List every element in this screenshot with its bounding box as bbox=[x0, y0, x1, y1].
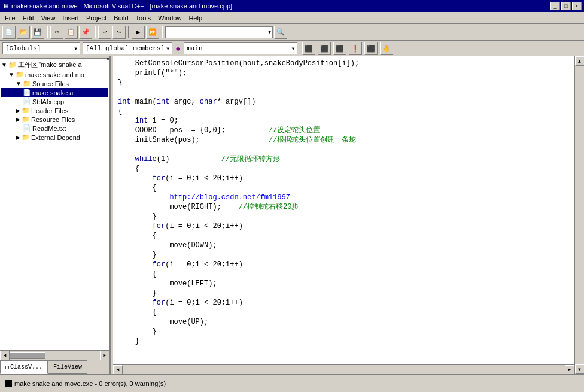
resource-label: Resource Files bbox=[31, 116, 75, 123]
nav-btn2[interactable]: ⬛ bbox=[318, 42, 331, 55]
fileview-label: FileView bbox=[53, 364, 82, 370]
left-scroll-left[interactable]: ◀ bbox=[0, 351, 10, 360]
search-combo[interactable]: ▼ bbox=[165, 26, 273, 38]
workspace-expand-icon: ▼ bbox=[1, 62, 7, 68]
menu-file[interactable]: File bbox=[1, 13, 19, 23]
build-button[interactable]: ▶ bbox=[132, 26, 145, 39]
code-scroll-track-v[interactable] bbox=[576, 66, 584, 364]
nav-btn3[interactable]: ⬛ bbox=[333, 42, 346, 55]
menu-view[interactable]: View bbox=[38, 13, 59, 23]
tree-header-files[interactable]: ▶ 📁 Header Files bbox=[1, 106, 108, 115]
workspace-folder-icon: 📁 bbox=[8, 61, 17, 69]
code-scrollbar-v[interactable]: ▲ ▼ bbox=[574, 56, 584, 374]
tree-external[interactable]: ▶ 📁 External Depend bbox=[1, 133, 108, 142]
nav-btn1[interactable]: ⬛ bbox=[302, 42, 315, 55]
left-scroll-thumb[interactable] bbox=[10, 352, 45, 359]
members-combo[interactable]: [All global members] ▼ bbox=[83, 42, 172, 54]
scope-arrow[interactable]: ▼ bbox=[74, 46, 77, 51]
left-panel-scrollbar[interactable]: ◀ ▶ bbox=[0, 350, 110, 360]
code-scroll-track-h[interactable] bbox=[123, 366, 565, 373]
nav-btn4[interactable]: ❗ bbox=[349, 42, 362, 55]
menu-help[interactable]: Help bbox=[185, 13, 206, 23]
external-label: External Depend bbox=[31, 134, 80, 141]
menu-edit[interactable]: Edit bbox=[19, 13, 38, 23]
close-button[interactable]: × bbox=[572, 2, 582, 10]
scope-combo[interactable]: [Globals] ▼ bbox=[2, 42, 80, 54]
project-label: make snake and mo bbox=[25, 71, 84, 78]
title-icon: 🖥 bbox=[2, 2, 9, 10]
toolbar-main: 📄 📂 💾 ✂ 📋 📌 ↩ ↪ ▶ ⏩ ▼ 🔍 bbox=[0, 24, 584, 41]
undo-button[interactable]: ↩ bbox=[98, 26, 111, 39]
copy-button[interactable]: 📋 bbox=[65, 26, 78, 39]
classview-icon: ⊞ bbox=[5, 364, 9, 371]
search-arrow[interactable]: ▼ bbox=[268, 29, 271, 35]
status-bar: make snake and move.exe - 0 error(s), 0 … bbox=[0, 374, 584, 392]
search-button[interactable]: 🔍 bbox=[274, 26, 287, 39]
header-folder-icon: 📁 bbox=[22, 107, 30, 114]
redo-button[interactable]: ↪ bbox=[112, 26, 126, 39]
tree-source-files[interactable]: ▼ 📁 Source Files bbox=[1, 79, 108, 88]
code-scrollbar-h[interactable]: ◀ ▶ bbox=[113, 364, 574, 374]
left-panel: × ▼ 📁 工作区 'make snake a ▼ 📁 make snake a… bbox=[0, 56, 111, 374]
new-button[interactable]: 📄 bbox=[2, 26, 16, 39]
source-folder-icon: 📁 bbox=[23, 80, 31, 87]
tab-classview[interactable]: ⊞ ClassV... bbox=[0, 360, 48, 374]
code-scroll-right[interactable]: ▶ bbox=[565, 365, 574, 375]
content-area: × ▼ 📁 工作区 'make snake a ▼ 📁 make snake a… bbox=[0, 56, 584, 374]
menu-insert[interactable]: Insert bbox=[59, 13, 83, 23]
project-tree[interactable]: ▼ 📁 工作区 'make snake a ▼ 📁 make snake and… bbox=[0, 59, 110, 350]
function-combo[interactable]: main ▼ bbox=[184, 42, 297, 54]
menu-project[interactable]: Project bbox=[83, 13, 110, 23]
tree-resource-files[interactable]: ▶ 📁 Resource Files bbox=[1, 115, 108, 124]
code-scroll-left[interactable]: ◀ bbox=[113, 365, 123, 375]
tab-fileview[interactable]: FileView bbox=[48, 360, 87, 374]
panel-close[interactable]: × bbox=[107, 56, 110, 58]
menu-build[interactable]: Build bbox=[110, 13, 132, 23]
save-button[interactable]: 💾 bbox=[31, 26, 44, 39]
cut-button[interactable]: ✂ bbox=[50, 26, 63, 39]
code-editor[interactable]: SetConsoleCursorPosition(hout,snakeBodyP… bbox=[113, 56, 574, 364]
menu-window[interactable]: Window bbox=[154, 13, 185, 23]
function-arrow[interactable]: ▼ bbox=[291, 46, 294, 51]
paste-button[interactable]: 📌 bbox=[79, 26, 92, 39]
tree-readme[interactable]: 📄 ReadMe.txt bbox=[1, 124, 108, 133]
maximize-button[interactable]: □ bbox=[561, 2, 571, 10]
stdafx-label: StdAfx.cpp bbox=[32, 98, 64, 105]
menu-tools[interactable]: Tools bbox=[132, 13, 155, 23]
app-window: 🖥 make snake and move - Microsoft Visual… bbox=[0, 0, 584, 392]
separator-1 bbox=[47, 26, 48, 38]
left-scroll-right[interactable]: ▶ bbox=[100, 351, 110, 360]
minimize-button[interactable]: _ bbox=[550, 2, 560, 10]
code-content: SetConsoleCursorPosition(hout,snakeBodyP… bbox=[118, 59, 570, 346]
external-expand-icon: ▶ bbox=[16, 134, 20, 141]
status-icon bbox=[5, 380, 12, 387]
classview-label: ClassV... bbox=[10, 364, 42, 370]
build2-button[interactable]: ⏩ bbox=[146, 26, 159, 39]
source-label: Source Files bbox=[32, 80, 69, 87]
tree-main-cpp[interactable]: 📄 make snake a bbox=[1, 88, 108, 97]
separator-3 bbox=[128, 26, 129, 38]
panel-tabs: ⊞ ClassV... FileView bbox=[0, 360, 110, 374]
project-expand-icon: ▼ bbox=[8, 71, 14, 78]
tree-stdafx[interactable]: 📄 StdAfx.cpp bbox=[1, 97, 108, 106]
external-folder-icon: 📁 bbox=[22, 133, 30, 141]
workspace-label: 工作区 'make snake a bbox=[18, 60, 82, 69]
readme-icon: 📄 bbox=[23, 124, 31, 132]
scope-label: [Globals] bbox=[5, 45, 41, 52]
code-scroll-down[interactable]: ▼ bbox=[575, 364, 585, 374]
menu-bar: File Edit View Insert Project Build Tool… bbox=[0, 12, 584, 24]
header-expand-icon: ▶ bbox=[16, 107, 20, 114]
dot-icon: ◆ bbox=[176, 44, 180, 53]
nav-btn6[interactable]: 🤚 bbox=[380, 42, 393, 55]
nav-btn5[interactable]: ⬛ bbox=[364, 42, 378, 55]
title-text: make snake and move - Microsoft Visual C… bbox=[11, 2, 550, 10]
open-button[interactable]: 📂 bbox=[17, 26, 30, 39]
members-arrow[interactable]: ▼ bbox=[166, 46, 169, 51]
resource-folder-icon: 📁 bbox=[22, 116, 30, 123]
code-scroll-up[interactable]: ▲ bbox=[575, 56, 585, 66]
main-cpp-label: make snake a bbox=[32, 89, 73, 96]
left-scroll-track[interactable] bbox=[10, 352, 100, 359]
tree-project[interactable]: ▼ 📁 make snake and mo bbox=[1, 70, 108, 79]
resource-expand-icon: ▶ bbox=[16, 116, 20, 123]
tree-workspace[interactable]: ▼ 📁 工作区 'make snake a bbox=[1, 60, 108, 70]
